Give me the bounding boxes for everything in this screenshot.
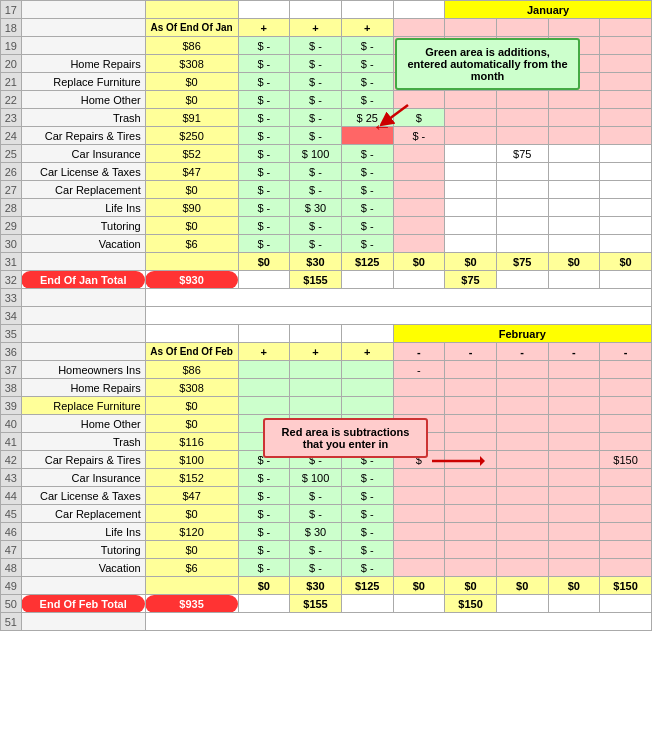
data-cell[interactable] [600,55,652,73]
data-cell[interactable]: $ - [341,541,393,559]
data-cell[interactable] [600,235,652,253]
data-cell[interactable] [600,361,652,379]
data-cell[interactable] [445,235,497,253]
data-cell[interactable] [393,523,445,541]
data-cell[interactable]: $ - [341,235,393,253]
data-cell[interactable] [548,109,600,127]
data-cell[interactable] [393,163,445,181]
data-cell[interactable]: $ 30 [290,523,342,541]
data-cell[interactable]: $ - [341,145,393,163]
data-cell[interactable] [548,163,600,181]
data-cell[interactable]: $ - [290,91,342,109]
data-cell[interactable]: $ - [290,559,342,577]
data-cell[interactable] [445,541,497,559]
data-cell[interactable] [496,487,548,505]
data-cell[interactable]: $ - [341,505,393,523]
data-cell[interactable] [393,181,445,199]
data-cell[interactable] [600,487,652,505]
data-cell[interactable] [445,181,497,199]
data-cell[interactable] [445,199,497,217]
data-cell[interactable] [600,163,652,181]
data-cell[interactable] [393,505,445,523]
data-cell[interactable] [393,235,445,253]
data-cell[interactable] [548,469,600,487]
data-cell[interactable]: $ - [238,523,290,541]
data-cell[interactable] [548,127,600,145]
data-cell[interactable]: $ 100 [290,145,342,163]
data-cell[interactable] [548,559,600,577]
data-cell[interactable] [548,433,600,451]
data-cell[interactable] [238,361,290,379]
data-cell[interactable] [548,415,600,433]
data-cell[interactable] [548,397,600,415]
data-cell[interactable] [496,199,548,217]
data-cell[interactable] [393,145,445,163]
data-cell[interactable] [445,91,497,109]
data-cell[interactable] [393,541,445,559]
data-cell[interactable] [600,181,652,199]
data-cell[interactable]: $ - [238,469,290,487]
data-cell[interactable]: - [393,361,445,379]
data-cell[interactable]: $ - [341,217,393,235]
data-cell[interactable] [600,415,652,433]
data-cell[interactable]: $ - [341,37,393,55]
data-cell[interactable]: $ - [238,37,290,55]
data-cell[interactable]: $ - [238,541,290,559]
data-cell[interactable] [445,127,497,145]
data-cell[interactable] [445,559,497,577]
data-cell[interactable] [600,127,652,145]
data-cell[interactable] [496,379,548,397]
data-cell[interactable] [600,433,652,451]
data-cell[interactable]: $ - [341,559,393,577]
data-cell[interactable]: $ - [238,181,290,199]
data-cell[interactable] [445,145,497,163]
data-cell[interactable] [445,397,497,415]
data-cell[interactable] [548,523,600,541]
data-cell[interactable] [548,487,600,505]
data-cell[interactable]: $ - [238,505,290,523]
data-cell[interactable]: $ - [341,163,393,181]
data-cell[interactable] [393,379,445,397]
data-cell[interactable] [600,559,652,577]
data-cell[interactable] [600,469,652,487]
data-cell[interactable] [496,469,548,487]
data-cell[interactable] [445,505,497,523]
data-cell[interactable] [548,505,600,523]
data-cell[interactable]: $ - [290,109,342,127]
data-cell[interactable]: $75 [496,145,548,163]
data-cell[interactable]: $ 100 [290,469,342,487]
data-cell[interactable] [496,397,548,415]
data-cell[interactable] [600,37,652,55]
data-cell[interactable] [290,397,342,415]
data-cell[interactable]: $ - [238,73,290,91]
data-cell[interactable] [548,541,600,559]
data-cell[interactable] [496,127,548,145]
data-cell[interactable]: $ - [290,163,342,181]
data-cell[interactable] [393,397,445,415]
data-cell[interactable]: $ - [238,199,290,217]
data-cell[interactable]: $ - [238,235,290,253]
data-cell[interactable]: $ - [290,127,342,145]
data-cell[interactable] [600,541,652,559]
data-cell[interactable] [548,91,600,109]
data-cell[interactable] [341,397,393,415]
data-cell[interactable] [238,397,290,415]
data-cell[interactable]: $ 30 [290,199,342,217]
data-cell[interactable] [600,523,652,541]
data-cell[interactable] [496,523,548,541]
data-cell[interactable]: $ - [290,487,342,505]
data-cell[interactable]: $ - [290,73,342,91]
data-cell[interactable]: $ - [290,541,342,559]
data-cell[interactable] [548,181,600,199]
data-cell[interactable] [600,217,652,235]
data-cell[interactable]: $150 [600,451,652,469]
data-cell[interactable] [600,379,652,397]
data-cell[interactable] [445,379,497,397]
data-cell[interactable] [496,415,548,433]
data-cell[interactable] [600,109,652,127]
data-cell[interactable]: $ - [290,181,342,199]
data-cell[interactable]: $ - [341,73,393,91]
data-cell[interactable]: $ - [341,55,393,73]
data-cell[interactable] [290,379,342,397]
data-cell[interactable]: $ - [290,505,342,523]
